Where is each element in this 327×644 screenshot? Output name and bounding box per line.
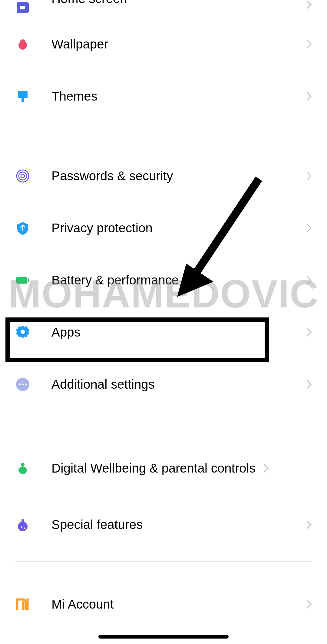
settings-item-label: Passwords & security xyxy=(51,168,306,184)
settings-item-label: Additional settings xyxy=(51,377,306,393)
settings-mi-account[interactable]: Mi Account xyxy=(0,578,327,630)
svg-point-15 xyxy=(18,522,28,531)
settings-themes[interactable]: Themes xyxy=(0,70,327,122)
chevron-right-icon xyxy=(306,328,312,337)
chevron-right-icon xyxy=(306,276,312,285)
chevron-right-icon xyxy=(306,600,312,609)
chevron-right-icon xyxy=(306,0,312,9)
settings-passwords-security[interactable]: Passwords & security xyxy=(0,150,327,202)
svg-rect-8 xyxy=(28,278,29,282)
settings-additional-settings[interactable]: Additional settings xyxy=(0,358,327,410)
settings-item-label: Privacy protection xyxy=(51,220,306,236)
settings-item-label: Themes xyxy=(51,88,306,105)
chevron-right-icon xyxy=(306,520,312,529)
navigation-handle[interactable] xyxy=(98,635,229,639)
home-screen-icon xyxy=(15,0,30,15)
settings-item-label: Wallpaper xyxy=(51,36,306,52)
chevron-right-icon xyxy=(306,171,312,181)
settings-item-label: Home screen xyxy=(51,0,306,7)
svg-point-17 xyxy=(24,528,25,529)
settings-list: Home screen Wallpaper Themes Passwords &… xyxy=(0,0,327,630)
fingerprint-icon xyxy=(15,168,30,184)
battery-icon xyxy=(15,273,30,288)
svg-rect-3 xyxy=(21,98,24,102)
settings-privacy-protection[interactable]: Privacy protection xyxy=(0,202,327,254)
chevron-right-icon xyxy=(306,40,312,49)
themes-icon xyxy=(15,89,30,104)
svg-point-13 xyxy=(25,383,27,385)
settings-battery-performance[interactable]: Battery & performance xyxy=(0,254,327,306)
wallpaper-icon xyxy=(15,37,30,52)
svg-point-9 xyxy=(21,330,25,334)
svg-point-18 xyxy=(21,526,22,528)
divider xyxy=(15,561,312,562)
settings-wallpaper[interactable]: Wallpaper xyxy=(0,18,327,70)
settings-digital-wellbeing[interactable]: Digital Wellbeing & parental controls xyxy=(0,438,327,499)
svg-rect-16 xyxy=(21,519,24,522)
ellipsis-icon xyxy=(15,377,30,392)
chevron-right-icon xyxy=(306,92,312,101)
chevron-right-icon xyxy=(306,224,312,233)
flask-icon xyxy=(15,517,30,532)
svg-point-14 xyxy=(21,463,25,466)
svg-point-5 xyxy=(19,172,27,180)
settings-item-label: Special features xyxy=(51,517,306,533)
settings-item-label: Digital Wellbeing & parental controls xyxy=(51,460,263,476)
settings-home-screen[interactable]: Home screen xyxy=(0,0,327,18)
divider xyxy=(15,133,312,133)
svg-point-12 xyxy=(22,383,24,385)
person-heart-icon xyxy=(15,461,30,476)
shield-icon xyxy=(15,221,30,236)
settings-apps[interactable]: Apps xyxy=(0,306,327,358)
settings-item-label: Apps xyxy=(51,324,306,340)
svg-point-6 xyxy=(21,174,25,178)
gear-icon xyxy=(15,325,30,340)
svg-rect-1 xyxy=(20,6,25,9)
settings-item-label: Battery & performance xyxy=(51,272,306,288)
settings-item-label: Mi Account xyxy=(51,596,306,612)
svg-point-11 xyxy=(19,383,21,385)
chevron-right-icon xyxy=(306,380,312,389)
svg-rect-7 xyxy=(16,277,28,284)
chevron-right-icon xyxy=(263,464,269,473)
divider xyxy=(15,421,312,421)
svg-rect-2 xyxy=(18,91,28,98)
settings-special-features[interactable]: Special features xyxy=(0,499,327,551)
mi-logo-icon xyxy=(15,597,30,612)
